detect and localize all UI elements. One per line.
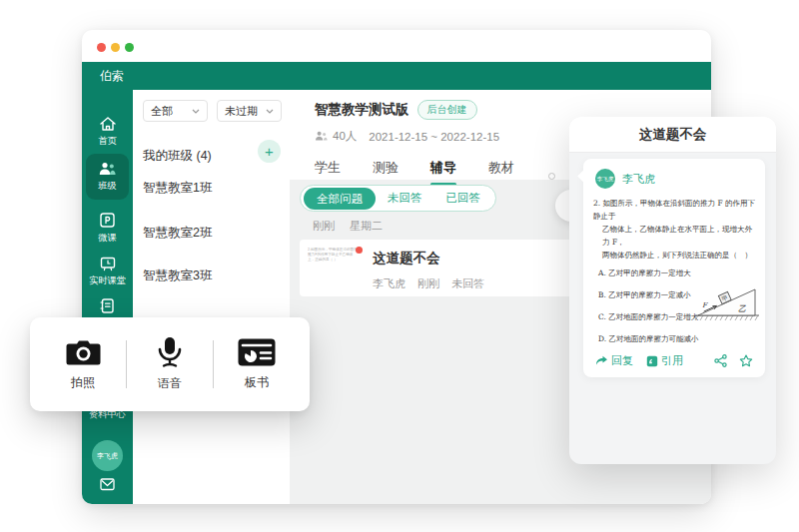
question-card-title: 这道题不会 xyxy=(373,250,493,267)
sidebar: 首页 班级 微课 实时课堂 资料中心 李飞虎 xyxy=(82,90,133,504)
share-button[interactable] xyxy=(714,354,727,367)
toolbar-label: 语音 xyxy=(158,375,182,392)
class-group-title: 我的班级 (4) xyxy=(143,148,212,165)
mail-icon xyxy=(99,477,116,491)
chevron-down-icon xyxy=(192,109,200,114)
option-d: D. 乙对地面的摩擦力可能减小 xyxy=(598,334,755,344)
tab-students[interactable]: 学生 xyxy=(315,159,341,186)
tab-quizzes[interactable]: 测验 xyxy=(373,159,399,186)
time-labels: 刚刚 星期二 xyxy=(313,219,395,234)
tab-materials[interactable]: 教材 xyxy=(488,159,514,186)
class-list-item[interactable]: 智慧教室3班 xyxy=(143,266,212,285)
status-filter-value: 未过期 xyxy=(225,104,258,119)
photo-button[interactable]: 拍照 xyxy=(40,337,126,391)
tab-label: 辅导 xyxy=(430,160,456,175)
question-detail-panel: 这道题不会 李飞虎 李飞虎 2. 如图所示，甲物体在沿斜面的推力 F 的作用下静… xyxy=(569,117,776,464)
tab-tutoring[interactable]: 辅导 xyxy=(430,159,456,186)
question-author: 李飞虎 xyxy=(373,277,405,289)
question-bubble: 李飞虎 李飞虎 2. 如图所示，甲物体在沿斜面的推力 F 的作用下静止于 乙物体… xyxy=(583,159,765,377)
class-list-item[interactable]: 智慧教室2班 xyxy=(143,223,212,243)
reply-toolbar: 拍照 语音 板书 xyxy=(30,317,310,411)
user-avatar[interactable]: 李飞虎 xyxy=(92,440,123,471)
maximize-window-button[interactable] xyxy=(125,43,134,52)
question-filter-group: 全部问题 未回答 已回答 xyxy=(300,185,496,212)
avatar-name-text: 李飞虎 xyxy=(597,176,614,183)
class-name: 智慧教室2班 xyxy=(143,226,212,240)
class-list-item[interactable]: 智慧教室1班 xyxy=(143,178,212,198)
quote-button[interactable]: 引用 xyxy=(646,353,683,368)
sidebar-item-messages[interactable] xyxy=(82,477,133,491)
class-name: 智慧教室3班 xyxy=(143,268,212,282)
sidebar-item-home[interactable]: 首页 xyxy=(82,116,133,148)
close-window-button[interactable] xyxy=(97,43,106,52)
question-thumbnail: 2.如图所示，甲物体在沿斜面的推力F的作用下静止于乙物体上，正确的是（ ） xyxy=(308,247,364,270)
member-count: 40人 xyxy=(333,129,357,144)
filter-all-questions[interactable]: 全部问题 xyxy=(304,188,376,210)
whiteboard-button[interactable]: 板书 xyxy=(214,337,300,391)
people-icon xyxy=(98,162,117,177)
add-class-button[interactable]: + xyxy=(258,140,281,163)
filter-answered[interactable]: 已回答 xyxy=(434,191,493,206)
filter-unanswered[interactable]: 未回答 xyxy=(376,191,434,206)
plus-icon: + xyxy=(265,143,274,160)
question-text: 2. 如图所示，甲物体在沿斜面的推力 F 的作用下静止于 乙物体上，乙物体静止在… xyxy=(583,193,765,262)
star-icon xyxy=(739,354,753,367)
voice-button[interactable]: 语音 xyxy=(127,336,213,392)
share-icon xyxy=(714,354,727,367)
unread-badge xyxy=(356,247,363,254)
sidebar-item-live-classroom[interactable]: 实时课堂 xyxy=(82,256,133,287)
filter-label: 全部问题 xyxy=(317,193,363,205)
question-thumbnail-text: 2.如图所示，甲物体在沿斜面的推力F的作用下静止于乙物体上，正确的是（ ） xyxy=(308,247,358,263)
toolbar-label: 板书 xyxy=(245,374,269,391)
scope-filter-dropdown[interactable]: 全部 xyxy=(143,100,208,122)
favorite-button[interactable] xyxy=(739,354,753,367)
svg-text:F: F xyxy=(702,301,708,309)
question-status: 未回答 xyxy=(451,277,484,289)
video-lesson-icon xyxy=(99,212,116,229)
option-a: A. 乙对甲的摩擦力一定增大 xyxy=(598,268,755,278)
app-header-bar: 伯索 xyxy=(82,62,711,90)
quote-label: 引用 xyxy=(661,353,683,368)
minimize-window-button[interactable] xyxy=(111,43,120,52)
class-name: 智慧教室1班 xyxy=(143,181,212,195)
reply-button[interactable]: 回复 xyxy=(595,353,633,368)
sidebar-item-label: 首页 xyxy=(84,135,131,148)
time-day-label: 星期二 xyxy=(350,220,383,232)
tab-label: 学生 xyxy=(315,160,341,175)
svg-text:乙: 乙 xyxy=(738,304,746,313)
sidebar-item-label: 班级 xyxy=(84,180,131,193)
sidebar-item-microlessons[interactable]: 微课 xyxy=(82,212,133,245)
filter-label: 已回答 xyxy=(446,192,481,204)
question-line: 2. 如图所示，甲物体在沿斜面的推力 F 的作用下静止于 xyxy=(593,197,755,223)
sidebar-item-label: 实时课堂 xyxy=(84,274,131,287)
microphone-icon xyxy=(156,336,184,368)
camera-icon xyxy=(65,337,102,367)
sidebar-item-label: 微课 xyxy=(84,232,131,245)
course-badge: 后台创建 xyxy=(417,100,477,120)
whiteboard-icon xyxy=(237,337,277,367)
status-filter-dropdown[interactable]: 未过期 xyxy=(217,100,282,122)
chevron-down-icon xyxy=(266,109,274,114)
live-screen-icon xyxy=(99,256,117,271)
app-title: 伯索 xyxy=(100,68,124,85)
members-icon xyxy=(315,131,328,142)
avatar-name-text: 李飞虎 xyxy=(97,451,118,461)
quote-icon xyxy=(646,355,658,367)
tab-label: 教材 xyxy=(488,160,514,175)
reply-label: 回复 xyxy=(611,353,633,368)
reply-icon xyxy=(595,355,608,366)
notebook-icon xyxy=(99,297,116,314)
filter-label: 未回答 xyxy=(388,192,422,204)
student-avatar: 李飞虎 xyxy=(595,169,615,189)
sidebar-item-classes[interactable]: 班级 xyxy=(82,162,133,193)
course-title: 智慧教学测试版 xyxy=(315,101,409,119)
scope-filter-value: 全部 xyxy=(151,104,173,119)
tab-label: 测验 xyxy=(373,160,399,175)
physics-diagram: 甲 F 乙 xyxy=(694,283,760,323)
timeline-dot xyxy=(548,173,555,180)
question-detail-title: 这道题不会 xyxy=(569,117,776,153)
sidebar-item-notebook[interactable] xyxy=(82,297,133,314)
toolbar-label: 拍照 xyxy=(71,374,95,391)
class-list-panel: 全部 未过期 我的班级 (4) + 智慧教室1班 智慧教室2班 智慧教室3班 xyxy=(133,90,290,504)
course-date-range: 2021-12-15 ~ 2022-12-15 xyxy=(369,131,499,143)
